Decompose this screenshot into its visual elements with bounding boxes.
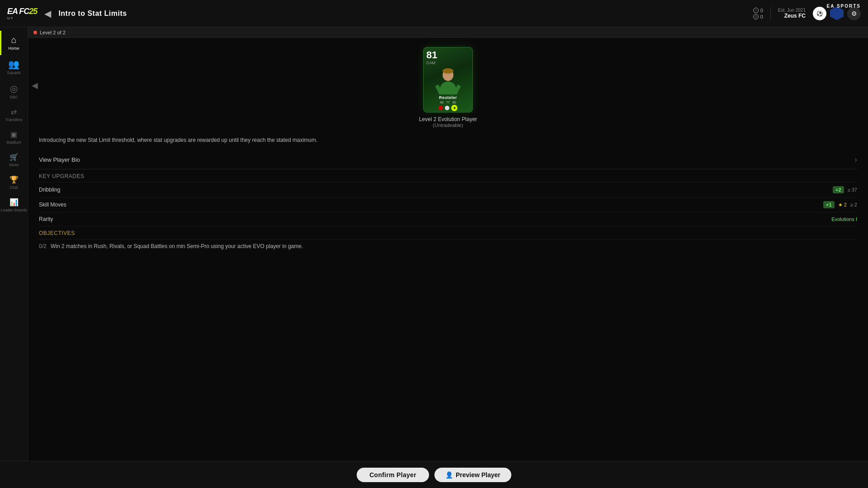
bio-arrow-icon: › (854, 155, 857, 164)
objectives-header: Objectives (39, 226, 857, 239)
content-area: Introducing the new Stat Limit threshold… (28, 132, 868, 488)
sidebar-label-club: Club (9, 185, 18, 190)
logo-text: EA FC (7, 7, 29, 16)
prev-arrow[interactable]: ◀ (32, 80, 38, 90)
bottom-bar: Confirm Player 👤 Preview Player (0, 461, 868, 488)
sidebar-label-sbc: SBC (9, 95, 18, 99)
leaderboards-icon: 📊 (9, 199, 19, 206)
rarity-value: Evolutions I (831, 216, 857, 222)
sbc-icon: ◎ (10, 84, 18, 93)
coins-row: ○ 0 (753, 8, 763, 13)
store-icon: 🛒 (9, 154, 19, 161)
level-indicator: Level 2 of 2 (40, 30, 66, 35)
card-player-name: Reuteler (439, 95, 457, 100)
key-upgrades-header: Key Upgrades (39, 169, 857, 183)
sidebar-item-squads[interactable]: 👥 Squads (0, 55, 28, 80)
intro-text: Introducing the new Stat Limit threshold… (39, 137, 446, 143)
club-name: Zeus FC (778, 13, 806, 19)
sidebar-label-squads: Squads (7, 70, 21, 75)
sidebar-label-home: Home (8, 46, 19, 51)
objective-row-0: 0/2 Win 2 matches in Rush, Rivals, or Sq… (39, 239, 857, 253)
view-player-bio-row[interactable]: View Player Bio › (39, 150, 857, 169)
objective-progress-0: 0/2 (39, 243, 47, 249)
preview-player-label: Preview Player (456, 471, 500, 479)
header-stats: ○ 0 ◇ 0 (753, 8, 763, 19)
divider-1 (770, 7, 771, 20)
upgrade-row-skillmoves: Skill Moves +1 ★ 2 ≥ 2 (39, 197, 857, 212)
sidebar-label-transfers: Transfers (5, 117, 23, 122)
coins-value: 0 (760, 8, 763, 13)
skillmoves-stars: ★ 2 (838, 202, 847, 208)
settings-icon-header[interactable]: ⚙ (847, 7, 861, 20)
points-value: 0 (760, 14, 763, 19)
dribbling-badge: +2 (833, 186, 844, 193)
sidebar-item-home[interactable]: ⌂ Home (0, 31, 28, 55)
ea-sports-logo: EA SPORTS (827, 4, 861, 9)
card-stat-1: 86 (440, 101, 443, 104)
dribbling-stat: ≥ 37 (848, 187, 857, 192)
skillmoves-stat: ≥ 2 (850, 202, 857, 207)
sidebar-label-store: Store (9, 163, 19, 167)
card-rating: 81 (426, 50, 437, 60)
club-info: Est. Jun 2021 Zeus FC (778, 8, 806, 19)
sidebar-item-club[interactable]: 🏆 Club (0, 172, 28, 194)
player-silhouette-svg (432, 65, 464, 94)
stadium-icon: ▣ (10, 131, 17, 138)
points-icon: ◇ (753, 14, 759, 19)
player-card: 81 CAM Reuteler 86 77 80 (423, 47, 473, 113)
card-flag-white (445, 106, 449, 110)
preview-player-button[interactable]: 👤 Preview Player (434, 468, 511, 482)
upgrade-name-rarity: Rarity (39, 216, 53, 222)
top-bar: EA FC25 UT ◀ Intro to Stat Limits ○ 0 ◇ … (0, 0, 868, 27)
upgrade-name-dribbling: Dribbling (39, 187, 60, 193)
sidebar-item-stadium[interactable]: ▣ Stadium (0, 127, 28, 149)
club-icon: 🏆 (9, 176, 19, 183)
card-flags: ✦ (439, 105, 458, 111)
sidebar-label-stadium: Stadium (6, 140, 21, 145)
sidebar: ⌂ Home 👥 Squads ◎ SBC ⇄ Transfers ▣ Stad… (0, 27, 28, 488)
club-icons: ⚽ ⚙ (813, 7, 861, 20)
sidebar-item-store[interactable]: 🛒 Store (0, 149, 28, 172)
upgrade-name-skillmoves: Skill Moves (39, 202, 66, 208)
card-stats-row: 86 77 80 (440, 101, 456, 104)
player-card-sublabel: (Untradeable) (433, 122, 463, 128)
transfers-icon: ⇄ (11, 108, 17, 116)
top-bar-right: ○ 0 ◇ 0 Est. Jun 2021 Zeus FC ⚽ ⚙ (753, 7, 861, 20)
sidebar-label-leaderboards: Leader-boards (0, 208, 27, 212)
real-madrid-badge: ⚽ (813, 7, 826, 20)
skillmoves-badge: +1 (823, 201, 835, 208)
svg-point-1 (443, 68, 453, 74)
card-stat-2: 77 (446, 101, 450, 104)
sidebar-item-sbc[interactable]: ◎ SBC (0, 80, 28, 104)
bio-label: View Player Bio (39, 156, 80, 163)
upgrade-row-dribbling: Dribbling +2 ≥ 37 (39, 183, 857, 197)
card-flag-red (439, 106, 443, 110)
level-dot (33, 31, 37, 34)
squads-icon: 👥 (8, 60, 19, 69)
logo-year: 25 (29, 7, 37, 16)
upgrade-value-dribbling: +2 ≥ 37 (833, 186, 857, 193)
objective-text-0: Win 2 matches in Rush, Rivals, or Squad … (51, 243, 303, 249)
confirm-player-button[interactable]: Confirm Player (357, 468, 429, 482)
ut-label: UT (7, 16, 37, 20)
upgrade-value-rarity: Evolutions I (831, 216, 857, 222)
top-bar-left: EA FC25 UT ◀ Intro to Stat Limits (7, 7, 127, 20)
player-card-area: ◀ 81 CAM Reuteler 86 77 (28, 38, 868, 132)
page-title: Intro to Stat Limits (58, 9, 127, 18)
back-button[interactable]: ◀ (44, 8, 51, 19)
card-position: CAM (426, 61, 435, 65)
player-card-label: Level 2 Evolution Player (419, 116, 477, 122)
coins-icon: ○ (753, 8, 759, 13)
preview-icon: 👤 (445, 471, 453, 479)
upgrade-value-skillmoves: +1 ★ 2 ≥ 2 (823, 201, 857, 208)
home-icon: ⌂ (11, 35, 16, 44)
sidebar-item-transfers[interactable]: ⇄ Transfers (0, 104, 28, 127)
fc25-logo: EA FC25 UT (7, 7, 37, 20)
level-bar: Level 2 of 2 (28, 27, 868, 38)
sidebar-item-leaderboards[interactable]: 📊 Leader-boards (0, 194, 28, 217)
upgrade-row-rarity: Rarity Evolutions I (39, 212, 857, 226)
card-evo-badge: ✦ (451, 105, 458, 111)
ut-badge (830, 7, 844, 20)
est-label: Est. Jun 2021 (778, 8, 806, 13)
main-content: ◀ 81 CAM Reuteler 86 77 (28, 38, 868, 488)
